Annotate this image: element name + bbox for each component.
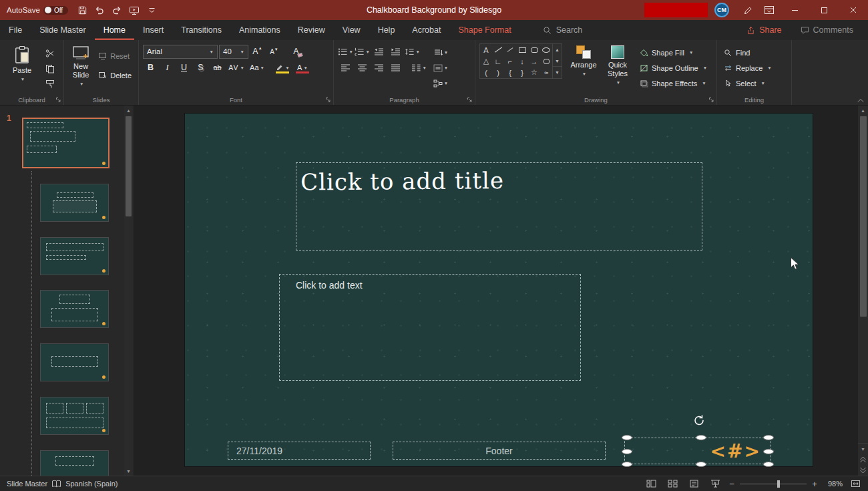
fit-slide-to-window-button[interactable] bbox=[847, 477, 864, 491]
font-dialog-launcher[interactable] bbox=[325, 97, 331, 103]
slide-sorter-view-button[interactable] bbox=[664, 477, 681, 491]
avatar[interactable]: CM bbox=[714, 3, 729, 17]
spell-check-icon[interactable] bbox=[51, 480, 61, 488]
columns-button[interactable]: ▼ bbox=[411, 61, 427, 75]
body-text-placeholder[interactable]: Click to add text bbox=[279, 274, 581, 381]
tab-insert[interactable]: Insert bbox=[134, 20, 172, 40]
bullets-button[interactable]: ▼ bbox=[338, 45, 353, 59]
clipboard-dialog-launcher[interactable] bbox=[55, 97, 61, 103]
tab-help[interactable]: Help bbox=[369, 20, 404, 40]
resize-handle-top-right[interactable] bbox=[763, 435, 774, 440]
shapes-scroll-down[interactable]: ▼ bbox=[553, 55, 562, 67]
plaque-shape-icon[interactable] bbox=[540, 55, 552, 67]
shapes-gallery[interactable]: A △ ∟ ⌐ ↓ → ( ) { } ☆ ≈ ▲ ▼ bbox=[479, 43, 562, 79]
title-placeholder[interactable]: Click to add title bbox=[296, 162, 702, 251]
delete-button[interactable]: Delete bbox=[95, 68, 134, 82]
paste-button[interactable]: Paste▼ bbox=[4, 43, 40, 82]
tab-view[interactable]: View bbox=[334, 20, 369, 40]
decrease-indent-button[interactable] bbox=[371, 45, 387, 59]
curve-shape-icon[interactable]: ) bbox=[492, 67, 504, 78]
minimize-button[interactable] bbox=[780, 0, 809, 20]
align-right-button[interactable] bbox=[371, 61, 387, 75]
tab-animations[interactable]: Animations bbox=[230, 20, 289, 40]
layout-thumbnail-1[interactable] bbox=[40, 184, 109, 222]
view-name-label[interactable]: Slide Master bbox=[7, 480, 47, 488]
right-brace-shape-icon[interactable]: } bbox=[516, 67, 528, 78]
find-button[interactable]: Find bbox=[721, 45, 775, 59]
ribbon-display-options-icon[interactable] bbox=[758, 0, 780, 20]
zoom-percent-label[interactable]: 98% bbox=[823, 480, 843, 488]
previous-slide-button[interactable] bbox=[859, 456, 867, 463]
text-box-shape-icon[interactable]: A bbox=[480, 44, 492, 55]
maximize-button[interactable] bbox=[809, 0, 839, 20]
clear-formatting-button[interactable]: A bbox=[288, 45, 304, 59]
justify-button[interactable] bbox=[388, 61, 403, 75]
resize-handle-top-center[interactable] bbox=[696, 435, 706, 440]
share-button[interactable]: Share bbox=[737, 25, 791, 35]
collapse-ribbon-button[interactable] bbox=[857, 98, 865, 104]
close-button[interactable] bbox=[839, 0, 868, 20]
reset-button[interactable]: Reset bbox=[95, 49, 134, 63]
drawing-dialog-launcher[interactable] bbox=[708, 97, 714, 103]
ink-pen-icon[interactable] bbox=[737, 0, 758, 20]
thumbnails-scroll-up-arrow[interactable]: ▲ bbox=[124, 106, 133, 115]
arrange-button[interactable]: Arrange▼ bbox=[566, 43, 601, 77]
layout-thumbnail-2[interactable] bbox=[40, 237, 109, 275]
thumbnails-scroll-down-arrow[interactable]: ▼ bbox=[124, 466, 133, 476]
zoom-in-button[interactable]: + bbox=[811, 479, 819, 489]
elbow-connector-shape-icon[interactable]: ⌐ bbox=[504, 55, 516, 67]
resize-handle-mid-right[interactable] bbox=[763, 449, 774, 454]
increase-indent-button[interactable] bbox=[388, 45, 403, 59]
shape-outline-button[interactable]: Shape Outline▼ bbox=[637, 61, 710, 75]
font-color-button[interactable]: A ▼ bbox=[293, 61, 312, 75]
tab-slide-master[interactable]: Slide Master bbox=[31, 20, 94, 40]
rotate-handle[interactable] bbox=[692, 414, 706, 427]
tab-review[interactable]: Review bbox=[289, 20, 334, 40]
master-slide-thumbnail[interactable] bbox=[22, 118, 110, 168]
undo-button[interactable] bbox=[91, 1, 108, 19]
tab-file[interactable]: File bbox=[0, 20, 31, 40]
shrink-font-button[interactable]: A▼ bbox=[266, 45, 282, 59]
thumbnails-scrollbar[interactable]: ▲ ▼ bbox=[124, 106, 133, 476]
down-arrow-shape-icon[interactable]: ↓ bbox=[516, 55, 528, 67]
shapes-scroll-up[interactable]: ▲ bbox=[553, 44, 562, 55]
layout-thumbnail-5[interactable] bbox=[40, 397, 109, 435]
numbering-button[interactable]: ▼ bbox=[355, 45, 370, 59]
align-center-button[interactable] bbox=[355, 61, 370, 75]
save-button[interactable] bbox=[73, 1, 91, 19]
resize-handle-bottom-right[interactable] bbox=[763, 462, 774, 467]
line-spacing-button[interactable]: ▼ bbox=[405, 45, 420, 59]
autosave-toggle[interactable]: AutoSave Off bbox=[7, 6, 68, 15]
rectangle-shape-icon[interactable] bbox=[516, 44, 528, 55]
copy-button[interactable] bbox=[42, 61, 57, 75]
text-shadow-button[interactable]: S bbox=[193, 61, 208, 75]
new-slide-button[interactable]: New Slide▼ bbox=[68, 43, 93, 87]
cut-button[interactable] bbox=[42, 46, 57, 60]
bold-button[interactable]: B bbox=[143, 61, 158, 75]
underline-button[interactable]: U bbox=[176, 61, 192, 75]
highlight-color-button[interactable]: ▼ bbox=[273, 61, 292, 75]
font-family-select[interactable]: Arial▼ bbox=[143, 45, 218, 59]
change-case-button[interactable]: Aa▼ bbox=[248, 61, 266, 75]
paragraph-dialog-launcher[interactable] bbox=[467, 97, 473, 103]
slide-number-placeholder[interactable]: <#> bbox=[624, 438, 771, 464]
next-slide-button[interactable] bbox=[859, 467, 867, 474]
resize-handle-bottom-left[interactable] bbox=[622, 462, 632, 467]
start-presentation-button[interactable] bbox=[126, 1, 143, 19]
resize-handle-mid-left[interactable] bbox=[622, 449, 632, 454]
scroll-up-arrow[interactable]: ▲ bbox=[858, 106, 868, 115]
align-text-button[interactable]: ▼ bbox=[431, 61, 451, 75]
slideshow-view-button[interactable] bbox=[706, 477, 724, 491]
strikethrough-button[interactable]: ab bbox=[210, 61, 225, 75]
zoom-slider[interactable] bbox=[740, 484, 807, 484]
tab-home[interactable]: Home bbox=[95, 20, 134, 40]
left-brace-shape-icon[interactable]: { bbox=[504, 67, 516, 78]
shape-fill-button[interactable]: Shape Fill▼ bbox=[637, 45, 710, 59]
shapes-more-button[interactable]: ▼ bbox=[553, 66, 562, 78]
quick-styles-button[interactable]: Quick Styles▼ bbox=[601, 43, 634, 86]
tab-acrobat[interactable]: Acrobat bbox=[403, 20, 449, 40]
date-placeholder[interactable]: 27/11/2019 bbox=[228, 442, 371, 460]
customize-qat-button[interactable] bbox=[143, 1, 160, 19]
triangle-shape-icon[interactable]: △ bbox=[480, 55, 492, 67]
search-input[interactable]: Search bbox=[543, 25, 583, 35]
